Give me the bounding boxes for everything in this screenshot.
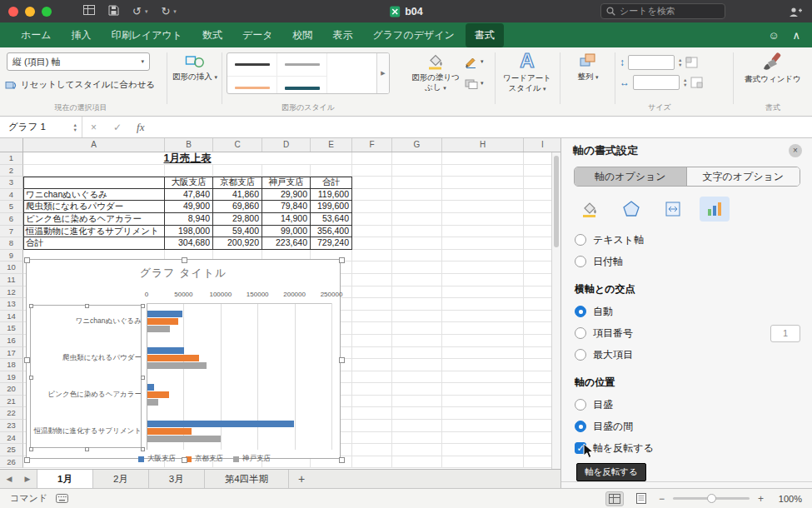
cell-H9[interactable] xyxy=(442,250,524,262)
cell-H11[interactable] xyxy=(442,274,524,286)
cell-G4[interactable] xyxy=(392,189,442,202)
row-header-2[interactable]: 2 xyxy=(0,165,23,177)
selection-handle[interactable] xyxy=(29,376,33,380)
row-header-16[interactable]: 16 xyxy=(0,335,23,347)
cell-A2[interactable] xyxy=(23,165,165,177)
cell-G2[interactable] xyxy=(392,165,442,177)
tab-data[interactable]: データ xyxy=(233,23,282,47)
cell-B6[interactable]: 8,940 xyxy=(165,213,213,226)
row-header-10[interactable]: 10 xyxy=(0,261,23,274)
cell-G10[interactable] xyxy=(392,261,442,274)
scrollbar-thumb[interactable] xyxy=(554,156,559,247)
row-header-6[interactable]: 6 xyxy=(0,213,23,226)
cell-A4[interactable]: ワニchanぬいぐるみ xyxy=(23,189,165,202)
cell-H24[interactable] xyxy=(442,432,524,445)
row-header-15[interactable]: 15 xyxy=(0,322,23,335)
column-header-G[interactable]: G xyxy=(392,138,442,152)
option-text-axis[interactable]: テキスト軸 xyxy=(575,230,800,250)
sheet-tab-january[interactable]: 1月 xyxy=(37,470,93,488)
undo-button[interactable]: ↺▾ xyxy=(132,5,147,17)
tab-insert[interactable]: 挿入 xyxy=(62,23,101,47)
cell-G8[interactable] xyxy=(392,237,442,250)
row-header-14[interactable]: 14 xyxy=(0,311,23,323)
cell-F26[interactable] xyxy=(352,456,392,469)
selection-handle[interactable] xyxy=(24,457,30,463)
cell-G20[interactable] xyxy=(392,383,442,396)
tab-home[interactable]: ホーム xyxy=(12,23,61,47)
radio-on-ticks[interactable] xyxy=(575,399,586,411)
cell-F11[interactable] xyxy=(352,274,392,286)
cell-F2[interactable] xyxy=(352,165,392,177)
cell-D6[interactable]: 14,900 xyxy=(262,213,311,226)
bar-京都支店[interactable] xyxy=(147,428,192,435)
row-header-24[interactable]: 24 xyxy=(0,432,23,445)
cell-G7[interactable] xyxy=(392,226,442,238)
legend-item[interactable]: 大阪支店 xyxy=(138,454,176,464)
selection-handle[interactable] xyxy=(339,357,345,363)
insert-function-button[interactable]: fx xyxy=(130,121,151,134)
option-max-category[interactable]: 最大項目 xyxy=(575,345,800,365)
cell-F22[interactable] xyxy=(352,407,392,420)
bar-神戸支店[interactable] xyxy=(147,399,158,406)
cell-G19[interactable] xyxy=(392,371,442,384)
normal-view-button[interactable] xyxy=(605,491,624,506)
cell-C7[interactable]: 59,400 xyxy=(213,226,262,238)
embedded-chart[interactable]: グラフ タイトル050000100000150000200000250000ワニ… xyxy=(26,259,341,459)
cell-A1[interactable]: 1月売上表 xyxy=(23,152,352,165)
cell-F17[interactable] xyxy=(352,347,392,360)
zoom-slider[interactable] xyxy=(673,497,750,500)
cell-G13[interactable] xyxy=(392,298,442,311)
cell-G5[interactable] xyxy=(392,201,442,213)
option-on-ticks[interactable]: 目盛 xyxy=(575,395,800,415)
effects-tab-button[interactable] xyxy=(616,197,646,222)
next-sheet-button[interactable]: ▶ xyxy=(18,470,37,488)
row-header-22[interactable]: 22 xyxy=(0,407,23,420)
sheet-tab-q4[interactable]: 第4四半期 xyxy=(205,470,289,488)
tab-formulas[interactable]: 数式 xyxy=(193,23,232,47)
cell-F5[interactable] xyxy=(352,201,392,213)
chart-legend[interactable]: 大阪支店京都支店神戸支店 xyxy=(138,454,271,464)
row-header-17[interactable]: 17 xyxy=(0,347,23,360)
row-header-20[interactable]: 20 xyxy=(0,383,23,396)
size-anchor-icon[interactable] xyxy=(685,57,698,68)
cell-G15[interactable] xyxy=(392,322,442,335)
option-category-number[interactable]: 項目番号 1 xyxy=(575,323,800,343)
cell-H7[interactable] xyxy=(442,226,524,238)
selection-handle[interactable] xyxy=(85,304,89,308)
cell-F8[interactable] xyxy=(352,237,392,250)
tab-text-options[interactable]: 文字のオプション xyxy=(686,167,800,186)
cell-H2[interactable] xyxy=(442,165,524,177)
shape-styles-gallery[interactable]: ▶ xyxy=(227,52,390,94)
cell-F14[interactable] xyxy=(352,311,392,323)
cell-G14[interactable] xyxy=(392,311,442,323)
row-header-5[interactable]: 5 xyxy=(0,201,23,213)
sheet-tab-february[interactable]: 2月 xyxy=(93,470,149,488)
spin-down-icon[interactable]: ▼ xyxy=(73,127,77,132)
row-header-11[interactable]: 11 xyxy=(0,274,23,286)
selection-handle[interactable] xyxy=(141,304,145,308)
cell-F12[interactable] xyxy=(352,286,392,299)
cell-F9[interactable] xyxy=(352,250,392,262)
cell-G1[interactable] xyxy=(392,152,442,165)
bar-京都支店[interactable] xyxy=(147,355,199,361)
cell-H21[interactable] xyxy=(442,396,524,408)
shape-style-preset[interactable] xyxy=(277,53,327,77)
column-header-D[interactable]: D xyxy=(262,138,311,152)
cell-B7[interactable]: 198,000 xyxy=(165,226,213,238)
bar-大阪支店[interactable] xyxy=(147,347,184,354)
vertical-scrollbar[interactable] xyxy=(551,152,560,469)
cell-A8[interactable]: 合計 xyxy=(23,237,165,250)
save-icon[interactable] xyxy=(108,5,119,18)
cell-H23[interactable] xyxy=(442,420,524,432)
wordart-styles-button[interactable]: A ワードアートスタイル ▾ xyxy=(500,51,555,93)
size-anchor-icon[interactable] xyxy=(690,77,703,88)
cell-F15[interactable] xyxy=(352,322,392,335)
prev-sheet-button[interactable]: ◀ xyxy=(0,470,18,488)
cell-F10[interactable] xyxy=(352,261,392,274)
zoom-out-button[interactable]: − xyxy=(659,493,665,505)
selection-handle[interactable] xyxy=(141,376,145,380)
tab-page-layout[interactable]: 印刷レイアウト xyxy=(102,23,192,47)
row-header-4[interactable]: 4 xyxy=(0,189,23,202)
selection-handle[interactable] xyxy=(24,257,30,263)
cell-F21[interactable] xyxy=(352,396,392,408)
